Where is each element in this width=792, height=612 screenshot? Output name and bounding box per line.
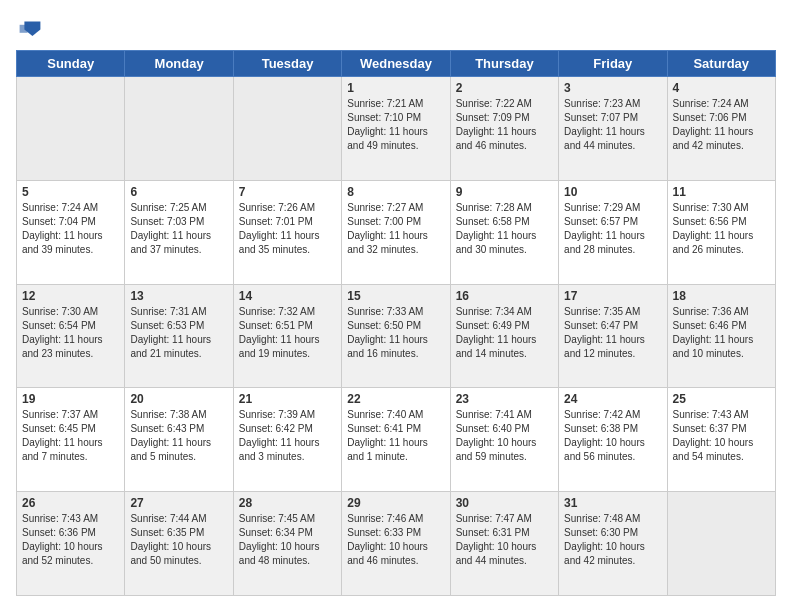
calendar-cell: 25Sunrise: 7:43 AM Sunset: 6:37 PM Dayli… xyxy=(667,388,775,492)
day-info: Sunrise: 7:46 AM Sunset: 6:33 PM Dayligh… xyxy=(347,512,444,568)
day-number: 2 xyxy=(456,81,553,95)
day-info: Sunrise: 7:48 AM Sunset: 6:30 PM Dayligh… xyxy=(564,512,661,568)
day-info: Sunrise: 7:44 AM Sunset: 6:35 PM Dayligh… xyxy=(130,512,227,568)
calendar-cell: 30Sunrise: 7:47 AM Sunset: 6:31 PM Dayli… xyxy=(450,492,558,596)
day-info: Sunrise: 7:41 AM Sunset: 6:40 PM Dayligh… xyxy=(456,408,553,464)
weekday-header-monday: Monday xyxy=(125,51,233,77)
svg-marker-1 xyxy=(20,25,28,33)
day-info: Sunrise: 7:34 AM Sunset: 6:49 PM Dayligh… xyxy=(456,305,553,361)
day-number: 10 xyxy=(564,185,661,199)
calendar-cell: 19Sunrise: 7:37 AM Sunset: 6:45 PM Dayli… xyxy=(17,388,125,492)
calendar-cell: 8Sunrise: 7:27 AM Sunset: 7:00 PM Daylig… xyxy=(342,180,450,284)
calendar-cell: 9Sunrise: 7:28 AM Sunset: 6:58 PM Daylig… xyxy=(450,180,558,284)
day-info: Sunrise: 7:43 AM Sunset: 6:36 PM Dayligh… xyxy=(22,512,119,568)
calendar-cell: 31Sunrise: 7:48 AM Sunset: 6:30 PM Dayli… xyxy=(559,492,667,596)
weekday-header-row: SundayMondayTuesdayWednesdayThursdayFrid… xyxy=(17,51,776,77)
calendar-cell: 1Sunrise: 7:21 AM Sunset: 7:10 PM Daylig… xyxy=(342,77,450,181)
calendar-cell: 17Sunrise: 7:35 AM Sunset: 6:47 PM Dayli… xyxy=(559,284,667,388)
calendar-cell: 2Sunrise: 7:22 AM Sunset: 7:09 PM Daylig… xyxy=(450,77,558,181)
weekday-header-sunday: Sunday xyxy=(17,51,125,77)
day-info: Sunrise: 7:27 AM Sunset: 7:00 PM Dayligh… xyxy=(347,201,444,257)
weekday-header-thursday: Thursday xyxy=(450,51,558,77)
day-number: 24 xyxy=(564,392,661,406)
page: SundayMondayTuesdayWednesdayThursdayFrid… xyxy=(0,0,792,612)
calendar-cell: 27Sunrise: 7:44 AM Sunset: 6:35 PM Dayli… xyxy=(125,492,233,596)
calendar-cell: 15Sunrise: 7:33 AM Sunset: 6:50 PM Dayli… xyxy=(342,284,450,388)
weekday-header-wednesday: Wednesday xyxy=(342,51,450,77)
calendar-cell: 23Sunrise: 7:41 AM Sunset: 6:40 PM Dayli… xyxy=(450,388,558,492)
weekday-header-friday: Friday xyxy=(559,51,667,77)
calendar-cell xyxy=(667,492,775,596)
calendar-cell: 16Sunrise: 7:34 AM Sunset: 6:49 PM Dayli… xyxy=(450,284,558,388)
calendar-cell: 7Sunrise: 7:26 AM Sunset: 7:01 PM Daylig… xyxy=(233,180,341,284)
calendar-cell: 14Sunrise: 7:32 AM Sunset: 6:51 PM Dayli… xyxy=(233,284,341,388)
day-number: 18 xyxy=(673,289,770,303)
logo xyxy=(16,16,42,40)
day-info: Sunrise: 7:31 AM Sunset: 6:53 PM Dayligh… xyxy=(130,305,227,361)
calendar-cell: 4Sunrise: 7:24 AM Sunset: 7:06 PM Daylig… xyxy=(667,77,775,181)
day-info: Sunrise: 7:36 AM Sunset: 6:46 PM Dayligh… xyxy=(673,305,770,361)
day-info: Sunrise: 7:23 AM Sunset: 7:07 PM Dayligh… xyxy=(564,97,661,153)
day-info: Sunrise: 7:26 AM Sunset: 7:01 PM Dayligh… xyxy=(239,201,336,257)
calendar-row-4: 26Sunrise: 7:43 AM Sunset: 6:36 PM Dayli… xyxy=(17,492,776,596)
day-number: 31 xyxy=(564,496,661,510)
calendar-cell: 21Sunrise: 7:39 AM Sunset: 6:42 PM Dayli… xyxy=(233,388,341,492)
day-number: 7 xyxy=(239,185,336,199)
day-number: 29 xyxy=(347,496,444,510)
day-number: 28 xyxy=(239,496,336,510)
calendar-cell: 5Sunrise: 7:24 AM Sunset: 7:04 PM Daylig… xyxy=(17,180,125,284)
day-number: 17 xyxy=(564,289,661,303)
calendar-cell: 3Sunrise: 7:23 AM Sunset: 7:07 PM Daylig… xyxy=(559,77,667,181)
day-number: 27 xyxy=(130,496,227,510)
calendar-row-0: 1Sunrise: 7:21 AM Sunset: 7:10 PM Daylig… xyxy=(17,77,776,181)
calendar-cell: 26Sunrise: 7:43 AM Sunset: 6:36 PM Dayli… xyxy=(17,492,125,596)
day-info: Sunrise: 7:24 AM Sunset: 7:06 PM Dayligh… xyxy=(673,97,770,153)
day-number: 5 xyxy=(22,185,119,199)
day-info: Sunrise: 7:37 AM Sunset: 6:45 PM Dayligh… xyxy=(22,408,119,464)
calendar-cell: 11Sunrise: 7:30 AM Sunset: 6:56 PM Dayli… xyxy=(667,180,775,284)
calendar-cell xyxy=(17,77,125,181)
day-info: Sunrise: 7:32 AM Sunset: 6:51 PM Dayligh… xyxy=(239,305,336,361)
calendar-cell: 13Sunrise: 7:31 AM Sunset: 6:53 PM Dayli… xyxy=(125,284,233,388)
calendar-cell: 18Sunrise: 7:36 AM Sunset: 6:46 PM Dayli… xyxy=(667,284,775,388)
day-info: Sunrise: 7:28 AM Sunset: 6:58 PM Dayligh… xyxy=(456,201,553,257)
day-info: Sunrise: 7:40 AM Sunset: 6:41 PM Dayligh… xyxy=(347,408,444,464)
day-number: 20 xyxy=(130,392,227,406)
day-number: 22 xyxy=(347,392,444,406)
calendar-cell: 28Sunrise: 7:45 AM Sunset: 6:34 PM Dayli… xyxy=(233,492,341,596)
day-info: Sunrise: 7:21 AM Sunset: 7:10 PM Dayligh… xyxy=(347,97,444,153)
weekday-header-saturday: Saturday xyxy=(667,51,775,77)
day-number: 11 xyxy=(673,185,770,199)
day-number: 13 xyxy=(130,289,227,303)
day-number: 14 xyxy=(239,289,336,303)
calendar-cell: 20Sunrise: 7:38 AM Sunset: 6:43 PM Dayli… xyxy=(125,388,233,492)
day-number: 21 xyxy=(239,392,336,406)
day-number: 23 xyxy=(456,392,553,406)
calendar-row-2: 12Sunrise: 7:30 AM Sunset: 6:54 PM Dayli… xyxy=(17,284,776,388)
day-info: Sunrise: 7:30 AM Sunset: 6:56 PM Dayligh… xyxy=(673,201,770,257)
day-info: Sunrise: 7:24 AM Sunset: 7:04 PM Dayligh… xyxy=(22,201,119,257)
day-number: 1 xyxy=(347,81,444,95)
calendar-cell xyxy=(125,77,233,181)
day-info: Sunrise: 7:47 AM Sunset: 6:31 PM Dayligh… xyxy=(456,512,553,568)
day-number: 12 xyxy=(22,289,119,303)
calendar-cell: 29Sunrise: 7:46 AM Sunset: 6:33 PM Dayli… xyxy=(342,492,450,596)
day-info: Sunrise: 7:38 AM Sunset: 6:43 PM Dayligh… xyxy=(130,408,227,464)
day-info: Sunrise: 7:22 AM Sunset: 7:09 PM Dayligh… xyxy=(456,97,553,153)
day-number: 30 xyxy=(456,496,553,510)
day-info: Sunrise: 7:25 AM Sunset: 7:03 PM Dayligh… xyxy=(130,201,227,257)
day-info: Sunrise: 7:33 AM Sunset: 6:50 PM Dayligh… xyxy=(347,305,444,361)
logo-icon xyxy=(18,16,42,40)
day-info: Sunrise: 7:45 AM Sunset: 6:34 PM Dayligh… xyxy=(239,512,336,568)
calendar-cell: 6Sunrise: 7:25 AM Sunset: 7:03 PM Daylig… xyxy=(125,180,233,284)
day-info: Sunrise: 7:35 AM Sunset: 6:47 PM Dayligh… xyxy=(564,305,661,361)
day-number: 16 xyxy=(456,289,553,303)
day-number: 15 xyxy=(347,289,444,303)
day-number: 25 xyxy=(673,392,770,406)
day-number: 4 xyxy=(673,81,770,95)
day-number: 6 xyxy=(130,185,227,199)
day-number: 19 xyxy=(22,392,119,406)
day-info: Sunrise: 7:42 AM Sunset: 6:38 PM Dayligh… xyxy=(564,408,661,464)
calendar-cell: 24Sunrise: 7:42 AM Sunset: 6:38 PM Dayli… xyxy=(559,388,667,492)
calendar-cell xyxy=(233,77,341,181)
